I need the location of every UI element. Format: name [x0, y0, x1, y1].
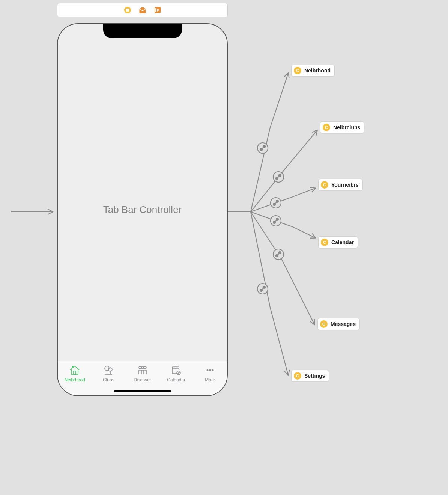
dest-messages[interactable]: C Messages — [317, 318, 360, 330]
svg-point-20 — [279, 252, 281, 254]
svg-point-35 — [144, 366, 146, 369]
svg-point-16 — [276, 218, 278, 220]
dest-label: Neibrclubs — [333, 124, 360, 130]
svg-point-3 — [260, 148, 262, 151]
viewcontroller-icon[interactable] — [124, 6, 131, 14]
svg-point-39 — [209, 369, 211, 371]
controller-badge-icon: C — [294, 67, 301, 74]
tab-label: Clubs — [103, 377, 114, 382]
house-icon — [68, 364, 81, 376]
dest-settings[interactable]: C Settings — [291, 370, 329, 382]
svg-point-2 — [257, 143, 268, 153]
dest-label: Messages — [331, 321, 356, 327]
svg-rect-30 — [74, 371, 76, 374]
svg-point-12 — [276, 200, 278, 202]
svg-point-7 — [276, 177, 278, 180]
calendar-icon — [170, 364, 183, 376]
tab-label: More — [205, 377, 215, 382]
svg-point-18 — [273, 249, 284, 260]
controller-badge-icon: C — [321, 238, 328, 246]
svg-rect-27 — [126, 9, 129, 12]
more-icon — [204, 364, 216, 376]
svg-point-24 — [263, 286, 265, 288]
controller-badge-icon: C — [321, 181, 328, 189]
svg-line-9 — [277, 176, 280, 178]
dest-label: Neibrhood — [304, 68, 331, 74]
svg-point-6 — [273, 172, 284, 182]
tabbar-controller-scene[interactable]: Tab Bar Controller Neibrhood — [57, 23, 228, 396]
dest-neibrclubs[interactable]: C Neibrclubs — [320, 122, 364, 134]
svg-point-40 — [212, 369, 213, 371]
home-indicator — [114, 390, 171, 392]
tab-label: Neibrhood — [64, 377, 85, 382]
svg-point-33 — [139, 366, 141, 369]
tab-more[interactable]: More — [193, 363, 227, 395]
svg-point-14 — [271, 216, 281, 226]
svg-point-8 — [279, 174, 281, 177]
exit-icon[interactable] — [154, 6, 161, 14]
svg-rect-36 — [172, 367, 179, 374]
first-responder-icon[interactable] — [139, 6, 146, 14]
dest-calendar[interactable]: C Calendar — [318, 236, 358, 248]
svg-point-10 — [271, 198, 281, 208]
svg-point-34 — [141, 366, 144, 369]
controller-badge-icon: C — [320, 320, 328, 328]
scene-title: Tab Bar Controller — [103, 204, 182, 216]
svg-line-5 — [261, 147, 264, 150]
svg-point-19 — [276, 255, 278, 257]
controller-badge-icon: C — [323, 124, 330, 131]
controller-badge-icon: C — [294, 372, 301, 380]
tab-label: Discover — [134, 377, 151, 382]
dest-neibrhood[interactable]: C Neibrhood — [291, 64, 335, 76]
tree-icon — [102, 364, 115, 376]
svg-point-23 — [260, 289, 262, 291]
dest-yourneibrs[interactable]: C Yourneibrs — [318, 179, 363, 191]
svg-rect-29 — [155, 8, 156, 12]
dest-label: Yourneibrs — [331, 182, 359, 188]
svg-line-25 — [261, 287, 264, 290]
svg-point-22 — [257, 284, 268, 294]
scene-toolbar[interactable] — [57, 3, 228, 17]
tab-neibrhood[interactable]: Neibrhood — [58, 363, 92, 395]
svg-point-15 — [273, 221, 275, 224]
svg-point-11 — [273, 203, 275, 206]
svg-line-13 — [274, 201, 277, 204]
dest-label: Calendar — [331, 239, 354, 245]
people-icon — [136, 364, 149, 376]
svg-line-17 — [274, 219, 277, 222]
dest-label: Settings — [304, 373, 325, 379]
svg-point-4 — [263, 146, 265, 148]
svg-line-21 — [277, 253, 280, 256]
svg-point-38 — [206, 369, 208, 371]
device-notch — [103, 23, 182, 38]
tab-label: Calendar — [167, 377, 185, 382]
